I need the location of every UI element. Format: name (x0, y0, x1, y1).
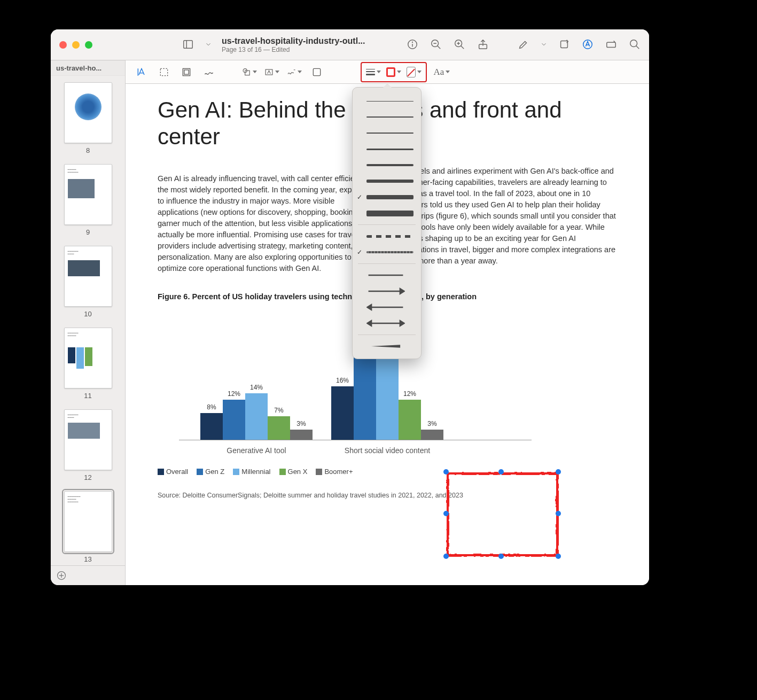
line-weight-option[interactable] (353, 93, 421, 109)
bar-label: 3% (427, 420, 436, 427)
resize-handle[interactable] (498, 469, 504, 475)
highlight-button[interactable] (517, 37, 530, 51)
resize-handle[interactable] (443, 469, 449, 475)
bar: 12% (223, 400, 245, 439)
add-page-button[interactable] (56, 570, 67, 581)
legend-item: Boomer+ (316, 468, 353, 476)
form-fill-button[interactable] (604, 37, 618, 51)
window-controls (51, 41, 101, 49)
note-tool[interactable] (309, 65, 324, 80)
minimize-window-button[interactable] (72, 41, 80, 49)
arrow-style-option[interactable] (353, 283, 421, 299)
tapered-line-option[interactable] (353, 338, 421, 354)
line-style-popover[interactable] (352, 87, 422, 359)
stroke-color-dropdown[interactable] (386, 65, 401, 80)
sketch-rectangle-annotation[interactable] (446, 472, 558, 556)
bar-label: 8% (207, 403, 216, 411)
svg-line-17 (636, 46, 639, 49)
titlebar: us-travel-hospitality-industry-outl... P… (51, 29, 649, 60)
page-thumbnail[interactable]: ▬▬▬▬▬▬▬▬12 (51, 409, 125, 481)
bar-label: 16% (336, 377, 349, 384)
svg-rect-25 (245, 71, 250, 75)
sidebar-toggle-button[interactable] (181, 37, 195, 51)
line-weight-option[interactable] (353, 173, 421, 189)
line-style-option-sketch[interactable] (353, 244, 421, 260)
bar: 3% (290, 430, 313, 440)
svg-rect-0 (184, 41, 193, 49)
search-button[interactable] (628, 37, 642, 51)
legend-item: Overall (158, 468, 188, 476)
text-box-dropdown[interactable] (264, 65, 279, 80)
line-weight-option[interactable] (353, 205, 421, 221)
x-axis-label: Short social video content (331, 446, 443, 455)
resize-handle[interactable] (556, 469, 561, 475)
document-page[interactable]: Gen AI: Behind the scenes and front and … (126, 84, 649, 585)
page-thumbnail[interactable]: ▬▬▬▬▬▬▬▬▬9 (51, 164, 125, 236)
zoom-window-button[interactable] (85, 41, 92, 49)
page-thumbnail[interactable]: ▬▬▬▬▬▬▬▬▬11 (51, 328, 125, 400)
arrow-style-option[interactable] (353, 315, 421, 331)
fill-color-dropdown[interactable] (407, 65, 422, 80)
zoom-out-button[interactable] (429, 37, 443, 51)
markup-toolbar: Aa (126, 60, 649, 84)
share-button[interactable] (476, 37, 490, 51)
bar-label: 7% (274, 407, 283, 414)
sign-dropdown[interactable] (287, 65, 302, 80)
zoom-in-button[interactable] (452, 37, 466, 51)
svg-rect-29 (313, 68, 320, 75)
app-window: us-travel-hospitality-industry-outl... P… (51, 29, 649, 585)
shapes-dropdown[interactable] (242, 65, 257, 80)
body-paragraph: Gen AI is already influencing travel, wi… (158, 173, 377, 274)
page-thumbnail[interactable]: ▬▬▬▬▬▬▬▬10 (51, 246, 125, 318)
line-weight-option[interactable] (353, 157, 421, 173)
resize-handle[interactable] (556, 554, 561, 559)
line-style-option-dashed[interactable] (353, 228, 421, 244)
view-mode-dropdown[interactable] (205, 37, 212, 51)
text-selection-tool[interactable] (134, 65, 149, 80)
close-window-button[interactable] (59, 41, 67, 49)
svg-point-16 (630, 40, 637, 47)
line-weight-option[interactable] (353, 109, 421, 125)
svg-rect-24 (184, 69, 189, 74)
resize-handle[interactable] (498, 554, 504, 559)
sketch-tool[interactable] (201, 65, 216, 80)
resize-handle[interactable] (556, 511, 561, 516)
style-controls-highlighted (361, 62, 427, 82)
resize-handle[interactable] (443, 511, 449, 516)
highlight-dropdown[interactable] (540, 37, 548, 51)
bar-label: 12% (403, 390, 416, 398)
info-button[interactable] (405, 37, 419, 51)
svg-line-6 (438, 46, 441, 49)
arrow-style-option[interactable] (353, 299, 421, 315)
bar: 12% (399, 400, 421, 439)
thumbnail-sidebar: us-travel-ho... 8 ▬▬▬▬▬▬▬▬▬9 ▬▬▬▬▬▬▬▬10 … (51, 60, 126, 585)
thumbnail-list[interactable]: 8 ▬▬▬▬▬▬▬▬▬9 ▬▬▬▬▬▬▬▬10 ▬▬▬▬▬▬▬▬▬11 ▬▬▬▬… (51, 76, 125, 565)
svg-point-4 (412, 42, 413, 43)
bar: 14% (245, 393, 268, 440)
bar: 3% (421, 430, 443, 440)
markup-toggle-button[interactable] (581, 37, 595, 51)
text-style-dropdown[interactable]: Aa (434, 65, 449, 80)
page-thumbnail-current[interactable]: ▬▬▬▬▬▬▬▬▬▬▬▬▬▬▬13 (51, 491, 125, 563)
arrow-style-option[interactable] (353, 267, 421, 283)
document-title: us-travel-hospitality-industry-outl... P… (222, 36, 365, 54)
bar-label: 12% (228, 390, 240, 398)
bar-label: 14% (250, 384, 263, 391)
page-thumbnail[interactable]: 8 (51, 82, 125, 154)
bar-chart: 8%12%14%7%3%16%32%26%12%3% Generative AI… (158, 317, 532, 456)
bar-label: 3% (296, 420, 306, 427)
bar: 7% (268, 416, 290, 439)
line-style-dropdown[interactable] (366, 65, 381, 80)
svg-rect-15 (607, 43, 616, 48)
rotate-button[interactable] (557, 37, 571, 51)
sidebar-title: us-travel-ho... (51, 60, 125, 76)
line-weight-option[interactable] (353, 125, 421, 141)
body-paragraph: As hotels and airlines experiment with G… (398, 166, 617, 267)
line-weight-option[interactable] (353, 189, 421, 205)
page-indicator: Page 13 of 16 — Edited (222, 46, 365, 53)
svg-rect-22 (160, 68, 167, 75)
rect-select-tool[interactable] (157, 65, 171, 80)
lasso-tool[interactable] (179, 65, 194, 80)
line-weight-option[interactable] (353, 141, 421, 157)
resize-handle[interactable] (443, 554, 449, 559)
